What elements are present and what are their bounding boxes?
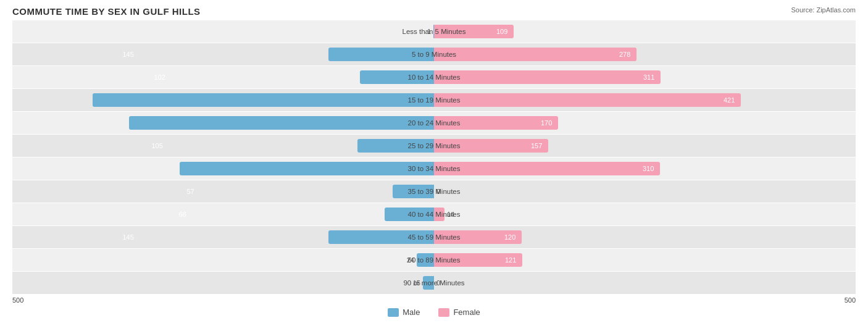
legend: Male Female — [12, 308, 856, 317]
female-value: 121 — [505, 256, 516, 264]
left-side: 1 — [12, 20, 434, 43]
axis-left: 500 — [12, 296, 23, 304]
table-row: 1Less than 5 Minutes109 — [12, 20, 856, 43]
female-value: 170 — [541, 119, 552, 127]
right-side: 0 — [434, 272, 856, 294]
male-bar — [180, 162, 434, 175]
chart-area: 1Less than 5 Minutes1091455 to 9 Minutes… — [12, 20, 856, 294]
male-value: 68 — [179, 211, 186, 218]
left-side: 68 — [12, 203, 434, 225]
right-side: 311 — [434, 66, 856, 88]
table-row: 1590 or more Minutes0 — [12, 272, 856, 294]
female-value: 109 — [496, 28, 507, 35]
male-value: 102 — [154, 73, 165, 81]
male-value: 145 — [123, 233, 134, 241]
right-side: 310 — [434, 157, 856, 180]
male-value: 145 — [123, 51, 134, 58]
legend-female-box — [438, 308, 449, 317]
male-bar — [129, 116, 434, 130]
table-row: 34930 to 34 Minutes310 — [12, 157, 856, 180]
legend-male: Male — [388, 308, 420, 317]
left-side: 24 — [12, 249, 434, 271]
right-side: 170 — [434, 112, 856, 134]
table-row: 1455 to 9 Minutes278 — [12, 43, 856, 65]
legend-female-label: Female — [453, 308, 480, 317]
legend-male-label: Male — [403, 308, 420, 317]
female-value: 311 — [643, 73, 654, 81]
female-value: 14 — [447, 211, 454, 218]
left-side: 469 — [12, 89, 434, 111]
right-side: 421 — [434, 89, 856, 111]
table-row: 46915 to 19 Minutes421 — [12, 89, 856, 111]
chart-title: COMMUTE TIME BY SEX IN GULF HILLS — [12, 6, 856, 17]
male-bar — [328, 48, 434, 61]
female-value: 421 — [724, 96, 735, 104]
left-side: 105 — [12, 135, 434, 157]
female-value: 278 — [619, 51, 630, 58]
female-bar — [434, 48, 636, 61]
female-bar — [434, 116, 558, 130]
female-value: 0 — [436, 188, 440, 195]
left-side: 57 — [12, 180, 434, 203]
table-row: 6840 to 44 Minutes14 — [12, 203, 856, 225]
female-bar — [434, 93, 741, 107]
right-side: 0 — [434, 180, 856, 203]
male-value: 57 — [187, 188, 194, 195]
left-side: 419 — [12, 112, 434, 134]
male-value: 1 — [427, 28, 431, 35]
male-bar — [423, 276, 434, 290]
male-bar — [360, 70, 434, 84]
legend-female: Female — [438, 308, 480, 317]
female-value: 120 — [504, 233, 515, 241]
left-side: 145 — [12, 226, 434, 248]
table-row: 10525 to 29 Minutes157 — [12, 135, 856, 157]
male-bar — [417, 253, 434, 267]
left-side: 102 — [12, 66, 434, 88]
female-value: 0 — [436, 279, 440, 287]
female-bar — [434, 208, 444, 221]
right-side: 120 — [434, 226, 856, 248]
male-value: 105 — [152, 142, 163, 149]
right-side: 278 — [434, 43, 856, 65]
axis-labels: 500 500 — [12, 296, 856, 304]
right-side: 121 — [434, 249, 856, 271]
left-side: 349 — [12, 157, 434, 180]
male-bar — [393, 185, 434, 198]
female-bar — [434, 70, 661, 84]
table-row: 10210 to 14 Minutes311 — [12, 66, 856, 88]
female-value: 157 — [531, 142, 542, 149]
table-row: 14545 to 59 Minutes120 — [12, 226, 856, 248]
left-side: 145 — [12, 43, 434, 65]
male-bar — [385, 208, 434, 221]
legend-male-box — [388, 308, 399, 317]
axis-right: 500 — [845, 296, 856, 304]
chart-container: COMMUTE TIME BY SEX IN GULF HILLS Source… — [0, 0, 868, 323]
male-bar — [328, 230, 434, 244]
right-side: 14 — [434, 203, 856, 225]
male-value: 24 — [407, 256, 414, 264]
female-bar — [434, 162, 660, 175]
table-row: 41920 to 24 Minutes170 — [12, 112, 856, 134]
table-row: 5735 to 39 Minutes0 — [12, 180, 856, 203]
female-value: 310 — [643, 165, 654, 172]
right-side: 109 — [434, 20, 856, 43]
source-label: Source: ZipAtlas.com — [791, 6, 856, 14]
left-side: 15 — [12, 272, 434, 294]
male-bar — [357, 139, 434, 153]
male-bar — [93, 93, 434, 107]
right-side: 157 — [434, 135, 856, 157]
male-value: 15 — [413, 279, 420, 287]
table-row: 2460 to 89 Minutes121 — [12, 249, 856, 271]
